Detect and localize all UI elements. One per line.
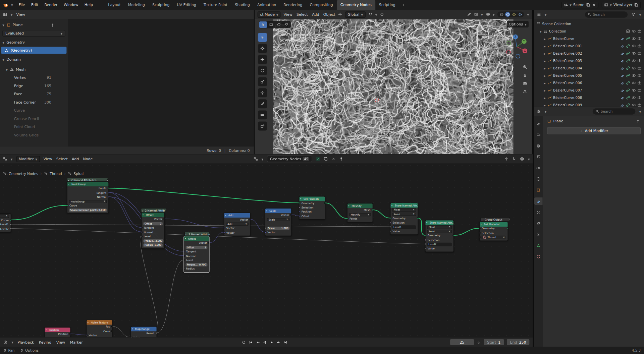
menu-render[interactable]: Render	[44, 3, 57, 7]
expand-chevron[interactable]: ▶	[544, 52, 546, 55]
workspace-tab-geometry-nodes[interactable]: Geometry Nodes	[337, 0, 375, 10]
domain-row-face[interactable]: Face75	[0, 90, 68, 98]
timeline-menu-view[interactable]: View	[56, 340, 65, 344]
properties-tab-viewlayer[interactable]	[534, 153, 542, 161]
end-frame-field[interactable]: End 250	[507, 339, 530, 345]
filter-chevron[interactable]: ▼	[639, 13, 641, 16]
viewlayer-selector[interactable]: ▼ ViewLayer	[602, 2, 641, 8]
outliner-row-béziercurve.009[interactable]: ▶BézierCurve.009	[534, 101, 644, 107]
zoom-icon[interactable]	[523, 65, 527, 69]
node-row-level1[interactable]: Level1	[390, 225, 418, 229]
app-menu-chevron[interactable]: ▼	[11, 3, 13, 6]
outliner-row-béziercurve[interactable]: ▶BézierCurve	[534, 35, 644, 42]
tool-move[interactable]	[258, 55, 267, 64]
add-modifier-button[interactable]: Add Modifier	[547, 127, 641, 134]
socket-selection[interactable]	[480, 232, 480, 234]
tool-measure[interactable]	[258, 110, 267, 119]
menu-view[interactable]: View	[16, 12, 25, 16]
menu-help[interactable]: Help	[85, 3, 93, 7]
snap-icon[interactable]	[368, 12, 372, 16]
tree-browse-chevron[interactable]: ▼	[262, 158, 264, 161]
node-noise-texture[interactable]: Noise TextureFacColorVector	[86, 320, 112, 338]
node-menu-view[interactable]: View	[43, 157, 52, 161]
workspace-tab-uv-editing[interactable]: UV Editing	[173, 0, 200, 10]
overlays-chevron[interactable]: ▼	[481, 13, 483, 16]
viewport-menu-add[interactable]: Add	[312, 12, 319, 16]
socket-tangent[interactable]	[142, 227, 142, 229]
properties-tab-material[interactable]	[534, 253, 542, 260]
circle-select-button[interactable]	[275, 21, 282, 28]
filter-icon[interactable]	[632, 12, 636, 16]
node-nodegroup[interactable]: NodeGroupPointsTangentNormalNodeGroup▼Cu…	[67, 181, 109, 214]
eye-icon[interactable]	[632, 37, 636, 41]
socket-geometry[interactable]	[507, 228, 507, 230]
node-store-attr-2[interactable]: Store Named Attr...Float▼Point▼GeometryS…	[425, 220, 454, 252]
chain-icon[interactable]	[626, 51, 630, 55]
navigation-gizmo[interactable]: Z Y X	[504, 33, 529, 60]
workspace-tab-sculpting[interactable]: Sculpting	[149, 0, 173, 10]
node-row-space-between-points[interactable]: Space between points0.010	[67, 208, 108, 212]
socket-value[interactable]	[131, 337, 132, 338]
properties-tab-physics[interactable]	[534, 220, 542, 227]
node-row-radius[interactable]: Radius1.000	[142, 243, 164, 247]
prev-key-button[interactable]	[256, 340, 260, 344]
breadcrumb-item-geometry-nodes[interactable]: Geometry Nodes	[3, 172, 38, 176]
socket-geometry[interactable]	[480, 228, 480, 230]
workspace-tab-texture-paint[interactable]: Texture Paint	[200, 0, 231, 10]
jump-end-button[interactable]	[283, 340, 287, 344]
add-workspace-button[interactable]: +	[399, 0, 408, 10]
node-row-float[interactable]: Float▼	[426, 225, 453, 229]
viewport-menu-object[interactable]: Object	[323, 12, 335, 16]
blender-logo-icon[interactable]	[3, 2, 9, 8]
socket-curve[interactable]	[10, 219, 10, 221]
expand-chevron[interactable]: ▶	[544, 59, 546, 62]
tool-icon[interactable]	[620, 44, 624, 48]
socket-position[interactable]	[69, 333, 70, 335]
play-rev-button[interactable]	[262, 340, 266, 344]
socket-tangent[interactable]	[184, 250, 185, 252]
eye-icon[interactable]	[632, 59, 636, 63]
eye-icon[interactable]	[632, 73, 636, 77]
shading-wireframe-icon[interactable]	[499, 12, 504, 17]
clear-material-icon[interactable]: ✕	[503, 236, 505, 239]
properties-tab-particles[interactable]	[534, 209, 542, 216]
tool-icon[interactable]	[620, 66, 624, 70]
mode-select[interactable]: ct Mode ▼	[258, 11, 281, 17]
socket-vector[interactable]	[224, 231, 225, 233]
search-input[interactable]	[593, 12, 625, 16]
socket-value[interactable]	[390, 230, 391, 232]
outliner-row-béziercurve.004[interactable]: ▶BézierCurve.004	[534, 64, 644, 72]
domain-row-edge[interactable]: Edge165	[0, 82, 68, 90]
spreadsheet-table-area[interactable]	[68, 19, 254, 146]
chain-icon[interactable]	[626, 96, 630, 100]
outliner-row-collection[interactable]: ▼Collection	[534, 27, 644, 35]
socket-color[interactable]	[111, 330, 112, 332]
node-scale[interactable]: ScaleVectorScale▼Scale1.000Vector	[265, 208, 292, 236]
node-add[interactable]: AddVectorAdd▼VectorVector	[224, 213, 251, 236]
tool-scale[interactable]	[258, 77, 267, 86]
pin-icon[interactable]	[636, 119, 640, 123]
node-meshify[interactable]: MeshifyMeshMeshify▼Points	[347, 203, 373, 222]
timeline-menu-marker[interactable]: Marker	[70, 340, 83, 344]
go-to-parent-icon[interactable]	[504, 157, 508, 161]
breadcrumb-item-spiral[interactable]: Spiral	[68, 172, 84, 176]
node-named-attr-bar-2[interactable]: 2 Named Attributes	[141, 208, 166, 212]
outliner-row-béziercurve.006[interactable]: ▶BézierCurve.006	[534, 79, 644, 86]
spreadsheet-object-row[interactable]: ▼ Plane	[0, 21, 68, 29]
shading-material-icon[interactable]	[512, 12, 517, 17]
chain-icon[interactable]	[626, 103, 630, 107]
expand-chevron[interactable]: ▶	[544, 96, 546, 99]
properties-tab-render[interactable]	[534, 131, 542, 138]
node-row-meshify[interactable]: Meshify▼	[347, 213, 373, 217]
properties-search[interactable]	[593, 108, 635, 114]
camera-view-icon[interactable]	[637, 51, 641, 55]
properties-tab-output[interactable]	[534, 142, 542, 150]
tool-transform[interactable]	[258, 88, 267, 97]
camera-view-icon[interactable]	[637, 44, 641, 48]
camera-view-icon[interactable]	[637, 103, 641, 107]
node-menu-node[interactable]: Node	[83, 157, 93, 161]
tool-icon[interactable]	[620, 73, 624, 77]
node-store-attr-1[interactable]: Store Named Attr...Float▼Point▼GeometryS…	[390, 203, 418, 235]
eye-icon[interactable]	[632, 103, 636, 107]
node-row-level2[interactable]: Level2	[426, 242, 453, 246]
